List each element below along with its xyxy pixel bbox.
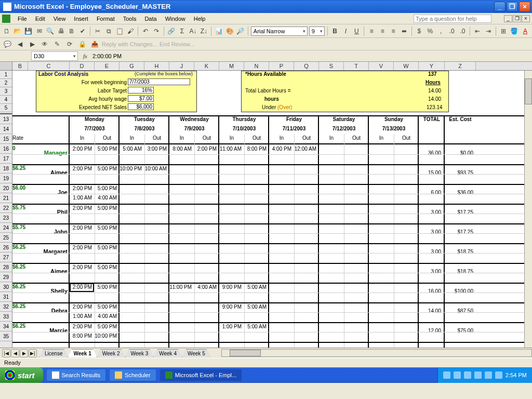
row-header-35[interactable]: 35	[0, 331, 12, 341]
underline-button[interactable]: U	[352, 26, 361, 36]
copy-icon[interactable]: ⧉	[104, 26, 113, 36]
shift-out[interactable]: 12:00 AM	[294, 145, 318, 153]
shift-out[interactable]: 10:00 AM	[144, 165, 168, 173]
align-right-icon[interactable]: ≡	[389, 26, 398, 36]
taskbar-item-excel[interactable]: Microsoft Excel - Empl...	[159, 369, 243, 381]
fill-color-icon[interactable]: 🪣	[510, 26, 519, 36]
wage-input[interactable]: $7.00	[128, 95, 154, 102]
spell-icon[interactable]: ✔	[78, 26, 87, 36]
system-tray[interactable]: 2:54 PM	[437, 367, 532, 383]
tab-first-icon[interactable]: |◀	[2, 349, 10, 357]
shift-in[interactable]: 9:00 PM	[219, 284, 243, 291]
row-header-28[interactable]: 28	[0, 262, 12, 272]
rate-cell[interactable]: $6.25	[12, 323, 27, 329]
shift-in[interactable]: 2:00 PM	[70, 244, 94, 252]
row-header-30[interactable]: 30	[0, 282, 12, 292]
doc-restore-button[interactable]: ❐	[513, 15, 521, 22]
currency-icon[interactable]: $	[415, 26, 424, 36]
tray-icon[interactable]	[464, 371, 471, 379]
target-input[interactable]: 16%	[128, 87, 154, 94]
mail-icon[interactable]: ✉	[35, 26, 44, 36]
inc-indent-icon[interactable]: ⇥	[484, 26, 493, 36]
row-header-17[interactable]: 17	[0, 154, 12, 164]
col-header-E[interactable]: E	[95, 62, 119, 70]
tray-icon[interactable]	[495, 371, 502, 379]
col-header-M[interactable]: M	[219, 62, 244, 70]
shift-in[interactable]: 2:00 PM	[70, 323, 94, 331]
shift-out[interactable]: 5:00 PM	[95, 323, 118, 331]
doc-minimize-button[interactable]: _	[504, 15, 512, 22]
col-header-S[interactable]: S	[319, 62, 344, 70]
tray-icon[interactable]	[474, 371, 482, 379]
shift-in[interactable]: 2:00 PM	[70, 303, 94, 311]
comment-show-icon[interactable]: 👁	[39, 39, 50, 49]
shift-out[interactable]: 5:00 PM	[95, 205, 118, 212]
shift-in[interactable]: 11:00 PM	[169, 284, 193, 291]
col-header-Z[interactable]: Z	[445, 62, 476, 70]
shift-out[interactable]: 5:00 PM	[95, 185, 118, 193]
borders-icon[interactable]: ⊞	[499, 26, 508, 36]
shift-out[interactable]: 2:00 PM	[194, 145, 218, 153]
shift-in[interactable]: 2:00 PM	[70, 205, 94, 212]
maximize-button[interactable]: ❐	[507, 2, 518, 12]
col-header-N[interactable]: N	[244, 62, 269, 70]
row-header-27[interactable]: 27	[0, 252, 12, 262]
rate-cell[interactable]: $6.25	[12, 264, 27, 270]
shift-in[interactable]: 1:00 AM	[70, 313, 94, 321]
ink-icon[interactable]: ✎	[52, 39, 62, 49]
redo-icon[interactable]: ↷	[152, 26, 161, 36]
merge-icon[interactable]: ⬌	[400, 26, 409, 36]
row-header-26[interactable]: 26	[0, 243, 12, 252]
taskbar-item-search[interactable]: Search Results	[46, 369, 107, 381]
percent-icon[interactable]: %	[425, 26, 435, 36]
col-header-T[interactable]: T	[344, 62, 369, 70]
row-headers[interactable]: 1234513141516171819202122232425262728293…	[0, 71, 12, 348]
share-icon[interactable]: 📤	[89, 39, 100, 49]
row-header-1[interactable]: 1	[0, 71, 12, 79]
rate-cell[interactable]: 0	[12, 145, 27, 151]
col-header-B[interactable]: B	[12, 62, 28, 70]
fx-icon[interactable]: fx	[83, 53, 87, 59]
sheet-tab-week-4[interactable]: Week 4	[153, 349, 182, 357]
start-button[interactable]: start	[0, 367, 43, 383]
row-header-20[interactable]: 20	[0, 183, 12, 193]
rate-cell[interactable]: $6.25	[12, 303, 27, 309]
sheet-tab-week-5[interactable]: Week 5	[182, 349, 211, 357]
link-icon[interactable]: 🔗	[167, 26, 176, 36]
search-icon[interactable]: 🔍	[46, 26, 55, 36]
row-header-25[interactable]: 25	[0, 233, 12, 243]
spreadsheet-grid[interactable]: BCDEGHJKMNPQSTVWYZ 123451314151617181920…	[0, 62, 532, 348]
inc-decimal-icon[interactable]: .0	[447, 26, 457, 36]
cut-icon[interactable]: ✂	[93, 26, 102, 36]
row-header-15[interactable]: 15	[0, 134, 12, 144]
sheet-tab-week-3[interactable]: Week 3	[125, 349, 154, 357]
row-header-34[interactable]: 34	[0, 322, 12, 331]
track-icon[interactable]: ⟳	[64, 39, 75, 49]
shift-in[interactable]: 5:00 AM	[119, 145, 143, 153]
menu-file[interactable]: File	[14, 15, 31, 23]
comment-new-icon[interactable]: 💬	[2, 39, 12, 49]
shift-in[interactable]: 1:00 AM	[70, 194, 94, 202]
shift-out[interactable]: 5:00 PM	[95, 145, 118, 153]
bold-button[interactable]: B	[330, 26, 340, 36]
sales-input[interactable]: $6,000	[128, 103, 154, 110]
row-header-4[interactable]: 4	[0, 96, 12, 104]
menu-format[interactable]: Format	[92, 15, 119, 23]
col-header-Q[interactable]: Q	[294, 62, 319, 70]
row-header-22[interactable]: 22	[0, 203, 12, 213]
shift-in[interactable]: 8:00 PM	[70, 332, 94, 340]
menu-help[interactable]: Help	[190, 15, 210, 23]
align-center-icon[interactable]: ≡	[378, 26, 387, 36]
select-all-corner[interactable]	[0, 62, 12, 70]
menu-window[interactable]: Window	[161, 15, 190, 23]
shift-in[interactable]: 9:00 PM	[219, 303, 243, 311]
shift-in[interactable]: 11:00 AM	[219, 145, 243, 153]
format-painter-icon[interactable]: 🖌	[126, 26, 135, 36]
rate-cell[interactable]: $5.75	[12, 224, 27, 230]
zoom-icon[interactable]: 🔎	[236, 26, 245, 36]
shift-out[interactable]: 8:00 PM	[244, 145, 268, 153]
paste-icon[interactable]: 📋	[115, 26, 124, 36]
col-header-W[interactable]: W	[394, 62, 419, 70]
cells-area[interactable]: Labor Cost Analysis (Complete the boxes …	[12, 71, 532, 348]
help-search[interactable]	[414, 15, 491, 23]
